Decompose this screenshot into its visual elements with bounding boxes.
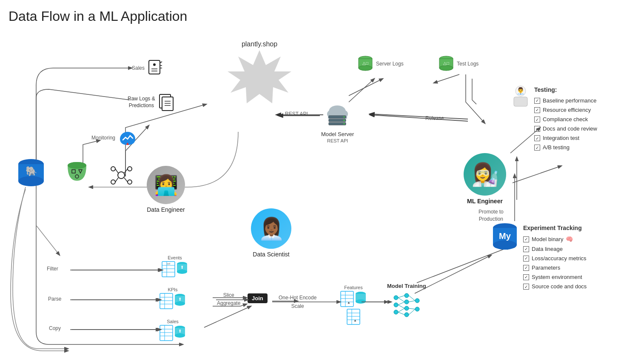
- data-scientist-label: Data Scientist: [251, 251, 291, 258]
- exp-item-4: ✓ System environment: [523, 273, 587, 282]
- sales-db-icon: ⬆: [174, 325, 186, 338]
- monitoring-icon: [119, 130, 137, 146]
- testing-title: Testing:: [534, 85, 597, 95]
- features-table2-icon: ▲: [347, 309, 360, 325]
- svg-rect-51: [514, 97, 527, 106]
- features-db-icon: [355, 291, 367, 304]
- monitoring-node: Monitoring: [91, 130, 137, 146]
- promote-label: Promote to Production: [478, 208, 504, 223]
- one-hot-label: One-Hot Encode: [279, 293, 316, 302]
- copy-label-node: Copy: [49, 324, 61, 332]
- svg-text:🐘: 🐘: [26, 165, 37, 177]
- model-training-node: Model Training: [387, 283, 426, 321]
- sales-tag-icon: [148, 60, 163, 77]
- copy-label: Copy: [49, 325, 61, 331]
- svg-text:▲: ▲: [353, 318, 357, 322]
- svg-point-103: [404, 300, 409, 304]
- svg-point-99: [394, 296, 398, 300]
- exp-item-2: ✓ Loss/accuracy metrics: [523, 254, 587, 263]
- svg-point-106: [415, 299, 419, 303]
- svg-rect-66: [160, 293, 173, 309]
- exp-check-4: ✓: [523, 274, 529, 280]
- experiment-tracking-checklist: Experiment Tracking ✓ Model binary 🧠 ✓ D…: [523, 223, 587, 291]
- sales-tag-node: Sales: [132, 60, 163, 77]
- sales-table-label: Sales: [160, 319, 186, 324]
- model-training-icon: [392, 291, 422, 319]
- rest-api-label: REST API: [321, 138, 354, 143]
- join-label: Join: [248, 293, 268, 303]
- testing-checklist: Testing: ✓ Baseline performance ✓ Resour…: [534, 85, 597, 152]
- data-scientist-node: 👩🏾‍💼 Data Scientist: [251, 208, 291, 258]
- svg-point-23: [18, 176, 44, 186]
- events-node: Events col ⬆: [162, 255, 188, 277]
- filter-label-node: Filter: [47, 264, 58, 272]
- testing-checklist-node: 👨‍💼 Testing: ✓ Baseline performance ✓ Re…: [510, 85, 597, 152]
- svg-rect-17: [162, 97, 173, 111]
- testing-item-4: ✓ Integration test: [534, 134, 597, 143]
- svg-line-114: [409, 296, 415, 301]
- mysql-icon: My: [491, 221, 519, 253]
- svg-text:👨‍💼: 👨‍💼: [516, 87, 525, 95]
- svg-line-111: [398, 305, 404, 308]
- svg-rect-75: [160, 325, 173, 341]
- page-title: Data Flow in a ML Application: [9, 9, 629, 24]
- green-bucket-icon: [66, 159, 88, 184]
- exp-item-3: ✓ Parameters: [523, 263, 587, 273]
- svg-text:△□: △□: [362, 61, 368, 65]
- bottom-flow-arrows: [0, 0, 638, 364]
- ml-engineer-node: 👩‍🔬 ML Engineer: [464, 153, 506, 205]
- release-node: Release: [425, 114, 444, 122]
- kpis-node: KPIs ⬆: [160, 287, 186, 309]
- arrows-svg: [0, 0, 638, 364]
- svg-point-48: [343, 123, 345, 125]
- kpis-table-icon: [160, 293, 173, 309]
- svg-rect-9: [149, 60, 160, 74]
- svg-point-104: [404, 306, 409, 310]
- sales-flow-label: Sales: [132, 65, 145, 71]
- svg-point-54: [493, 240, 517, 250]
- svg-line-35: [115, 169, 118, 173]
- svg-line-110: [398, 302, 404, 305]
- svg-point-30: [118, 172, 125, 179]
- monitoring-label: Monitoring: [91, 135, 115, 141]
- model-server-node: Model Server REST API: [321, 102, 354, 143]
- server-logs-icon: △□: [357, 55, 373, 72]
- exp-check-0: ✓: [523, 236, 529, 242]
- ml-engineer-label: ML Engineer: [464, 198, 506, 205]
- starburst-icon: [225, 48, 293, 108]
- svg-point-31: [111, 167, 115, 171]
- website-node: plantly.shop: [225, 40, 293, 109]
- svg-line-113: [398, 312, 404, 315]
- svg-point-105: [404, 313, 409, 317]
- svg-point-33: [111, 180, 115, 184]
- svg-point-101: [394, 310, 398, 314]
- model-server-icon: [324, 102, 351, 128]
- events-db-icon: ⬆: [176, 261, 188, 275]
- join-node: Join: [248, 293, 268, 303]
- data-engineer-node: 👩‍💻 Data Engineer: [147, 166, 185, 213]
- exp-check-5: ✓: [523, 284, 529, 290]
- slice-label-node: Slice Aggregate: [217, 291, 240, 307]
- check-3: ✓: [534, 126, 540, 132]
- kafka-graph-node: [110, 164, 133, 189]
- features-node: Features ▲ ▲: [340, 285, 367, 327]
- parse-label-node: Parse: [48, 295, 61, 302]
- svg-line-108: [398, 296, 404, 298]
- check-0: ✓: [534, 98, 540, 104]
- filter-label: Filter: [47, 266, 58, 272]
- raw-logs-icon: [159, 94, 175, 111]
- svg-point-100: [394, 303, 398, 307]
- check-1: ✓: [534, 107, 540, 113]
- events-table-icon: col: [162, 261, 175, 277]
- encode-label-node: One-Hot Encode Scale: [279, 293, 316, 311]
- test-logs-node: △□ Test Logs: [438, 55, 478, 72]
- svg-text:⬆: ⬆: [180, 265, 184, 270]
- exp-item-1: ✓ Data lineage: [523, 245, 587, 254]
- brain-icon: 🧠: [566, 234, 573, 245]
- check-2: ✓: [534, 117, 540, 122]
- exp-check-3: ✓: [523, 265, 529, 271]
- svg-text:△□: △□: [443, 61, 449, 65]
- sales-table-node: Sales ⬆: [160, 319, 186, 341]
- svg-line-115: [409, 301, 415, 302]
- svg-point-64: [177, 270, 187, 274]
